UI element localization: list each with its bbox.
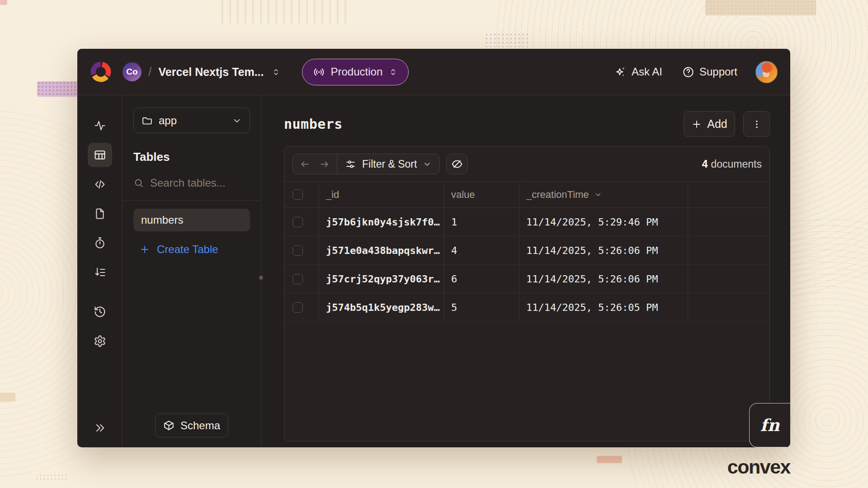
cube-icon <box>163 420 175 431</box>
cell-id[interactable]: j57crj52qyp37y063r… <box>319 265 444 293</box>
schema-button[interactable]: Schema <box>155 413 228 437</box>
row-checkbox[interactable] <box>292 274 303 284</box>
rail-item-files[interactable] <box>88 202 112 226</box>
forward-button[interactable] <box>319 159 330 170</box>
project-name: Vercel Nextjs Tem... <box>159 66 264 79</box>
cell-creation-time[interactable]: 11/14/2025, 5:26:06 PM <box>519 236 688 264</box>
help-circle-icon <box>682 66 694 78</box>
add-document-button[interactable]: Add <box>684 111 735 137</box>
plus-icon <box>691 119 702 130</box>
decor-rect <box>37 81 80 97</box>
decor-rect <box>0 0 7 5</box>
cell-value[interactable]: 4 <box>444 236 519 264</box>
rail-item-data[interactable] <box>88 143 112 167</box>
rail-collapse-button[interactable] <box>88 416 112 440</box>
search-tables-input[interactable] <box>150 177 250 189</box>
divider <box>123 200 261 201</box>
page-title: numbers <box>284 116 343 132</box>
table-row[interactable]: j574b5q1k5yegp283w… 5 11/14/2025, 5:26:0… <box>284 293 769 322</box>
chevron-down-icon <box>423 160 432 169</box>
column-header-id[interactable]: _id <box>319 182 444 207</box>
table-toolbar: Filter & Sort 4documents <box>284 147 769 181</box>
user-avatar[interactable] <box>755 61 778 83</box>
documents-count-value: 4 <box>702 158 708 170</box>
decor-rect <box>485 33 528 47</box>
table-row[interactable]: j57b6jkn0y4sjsk7f0… 1 11/14/2025, 5:29:4… <box>284 208 769 236</box>
hide-columns-button[interactable] <box>446 154 468 174</box>
kebab-icon <box>751 119 762 130</box>
column-header-value[interactable]: value <box>444 182 519 207</box>
chevron-down-icon <box>232 116 242 126</box>
cell-value[interactable]: 6 <box>444 265 519 293</box>
project-selector[interactable]: Vercel Nextjs Tem... <box>159 66 281 79</box>
row-checkbox[interactable] <box>292 217 303 227</box>
back-button[interactable] <box>299 159 311 170</box>
table-row[interactable]: j57crj52qyp37y063r… 6 11/14/2025, 5:26:0… <box>284 265 769 293</box>
chevron-up-down-icon <box>388 67 398 77</box>
table-header-row: _id value _creationTime <box>284 182 769 208</box>
more-options-button[interactable] <box>743 111 770 137</box>
eye-off-icon <box>451 158 463 170</box>
convex-logo-icon[interactable] <box>89 60 113 84</box>
rail-item-logs[interactable] <box>88 260 112 285</box>
filter-sort-label: Filter & Sort <box>362 158 417 170</box>
cell-id[interactable]: j574b5q1k5yegp283w… <box>319 293 444 321</box>
create-table-label: Create Table <box>157 243 218 256</box>
decor-rect <box>597 456 622 463</box>
support-button[interactable]: Support <box>682 66 737 78</box>
table-item-label: numbers <box>141 214 183 226</box>
documents-count-label: documents <box>711 158 762 170</box>
decor-stripes <box>222 0 350 23</box>
panel-resize-handle[interactable] <box>259 276 263 280</box>
activity-icon <box>94 119 106 132</box>
documents-panel: Filter & Sort 4documents <box>284 146 770 441</box>
sliders-icon <box>345 159 356 170</box>
cell-id[interactable]: j57b6jkn0y4sjsk7f0… <box>319 208 444 236</box>
function-runner-button[interactable]: fn <box>749 403 790 447</box>
broadcast-icon <box>313 66 325 78</box>
add-label: Add <box>707 117 727 131</box>
rail-item-schedules[interactable] <box>88 231 112 255</box>
main-content: numbers Add <box>261 95 790 447</box>
decor-rect <box>705 0 816 15</box>
history-icon <box>94 305 106 318</box>
cell-creation-time[interactable]: 11/14/2025, 5:26:06 PM <box>519 265 688 293</box>
cell-id[interactable]: j571e0a438bapqskwr… <box>319 236 444 264</box>
chevrons-right-icon <box>94 422 106 434</box>
folder-icon <box>142 115 153 126</box>
search-tables <box>133 177 250 200</box>
column-header-creation-time[interactable]: _creationTime <box>519 182 688 207</box>
team-initials: Co <box>126 67 137 77</box>
filter-sort-button[interactable]: Filter & Sort <box>337 154 439 174</box>
logs-icon <box>94 266 106 279</box>
schema-label: Schema <box>180 419 220 432</box>
convex-wordmark: convex <box>727 456 790 478</box>
rail-item-history[interactable] <box>88 300 112 324</box>
chevron-up-down-icon <box>271 67 281 77</box>
topbar: Co / Vercel Nextjs Tem... Production <box>77 49 790 95</box>
team-avatar[interactable]: Co <box>123 62 142 81</box>
rail-item-functions[interactable] <box>88 172 112 197</box>
row-checkbox[interactable] <box>292 302 303 313</box>
rail-item-health[interactable] <box>88 113 112 138</box>
table-item-numbers[interactable]: numbers <box>133 209 250 231</box>
select-all-checkbox[interactable] <box>292 189 303 200</box>
ask-ai-button[interactable]: Ask AI <box>614 66 662 78</box>
tables-panel: app Tables numbers Create Table <box>123 95 261 447</box>
sidebar-rail <box>77 95 123 447</box>
component-selector[interactable]: app <box>133 108 250 133</box>
cell-creation-time[interactable]: 11/14/2025, 5:29:46 PM <box>519 208 688 236</box>
deployment-selector[interactable]: Production <box>302 59 409 85</box>
rail-item-settings[interactable] <box>88 329 112 353</box>
decor-rect <box>35 474 69 481</box>
table-row[interactable]: j571e0a438bapqskwr… 4 11/14/2025, 5:26:0… <box>284 236 769 265</box>
search-icon <box>133 178 144 188</box>
cell-value[interactable]: 5 <box>444 293 519 321</box>
create-table-button[interactable]: Create Table <box>133 243 250 256</box>
stopwatch-icon <box>94 237 106 249</box>
fn-label: fn <box>760 415 780 435</box>
cell-value[interactable]: 1 <box>444 208 519 236</box>
row-checkbox[interactable] <box>292 245 303 256</box>
cell-creation-time[interactable]: 11/14/2025, 5:26:05 PM <box>519 293 688 321</box>
documents-table: _id value _creationTime j57b6jkn0y4sjsk7… <box>284 181 769 322</box>
